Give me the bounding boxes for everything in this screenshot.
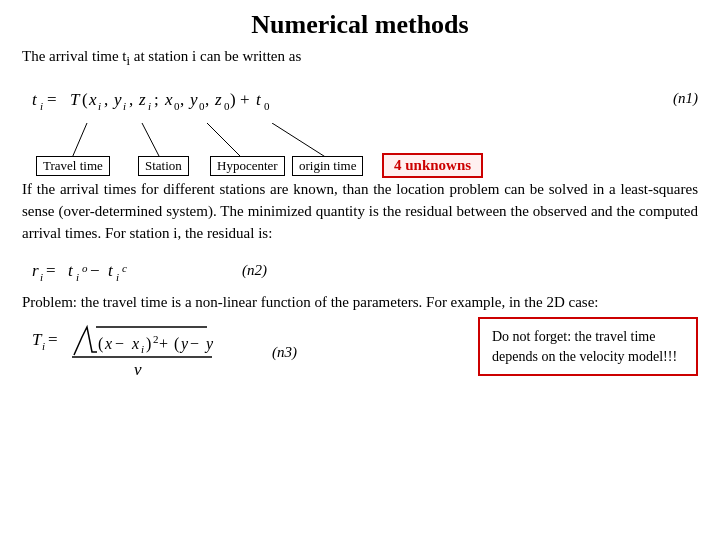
svg-text:,: ,	[180, 90, 184, 109]
note-box: Do not forget: the travel time depends o…	[478, 317, 698, 376]
body-text: If the arrival times for different stati…	[22, 179, 698, 244]
svg-text:(: (	[174, 335, 179, 353]
page-title: Numerical methods	[22, 10, 698, 40]
svg-text:i: i	[116, 271, 119, 283]
svg-text:i: i	[141, 343, 144, 355]
svg-text:;: ;	[154, 90, 159, 109]
svg-text:t: t	[68, 261, 74, 280]
svg-text:z: z	[138, 90, 146, 109]
svg-text:=: =	[47, 90, 57, 109]
svg-line-27	[207, 123, 242, 158]
equation-n2-container: r i = t i o − t i c (n2)	[22, 254, 698, 286]
label-hypocenter: Hypocenter	[210, 156, 285, 176]
svg-text:o: o	[82, 262, 88, 274]
svg-text:2: 2	[153, 333, 159, 345]
svg-text:−: −	[190, 335, 199, 352]
svg-text:,: ,	[129, 90, 133, 109]
n1-label: (n1)	[673, 90, 698, 107]
svg-text:x: x	[88, 90, 97, 109]
n3-label: (n3)	[272, 344, 297, 361]
n2-label: (n2)	[242, 262, 267, 279]
bottom-row: T i = ( x − x i ) 2 + (	[22, 317, 698, 387]
equation-n1: t i = T ( x i , y i , z i ; x 0 , y 0 , …	[22, 77, 412, 119]
svg-text:(: (	[98, 335, 103, 353]
svg-text:T: T	[70, 90, 81, 109]
equation-n2: r i = t i o − t i c	[22, 254, 222, 286]
svg-text:−: −	[115, 335, 124, 352]
svg-text:i: i	[76, 271, 79, 283]
svg-text:i: i	[40, 100, 43, 112]
svg-text:y: y	[204, 335, 214, 353]
label-origin-time: origin time	[292, 156, 363, 176]
svg-text:y: y	[188, 90, 198, 109]
svg-text:t: t	[108, 261, 114, 280]
svg-text:,: ,	[205, 90, 209, 109]
svg-text:v: v	[134, 360, 142, 379]
svg-text:=: =	[48, 330, 58, 349]
svg-text:x: x	[104, 335, 112, 352]
svg-line-28	[272, 123, 327, 158]
label-station: Station	[138, 156, 189, 176]
svg-text:c: c	[122, 262, 127, 274]
svg-line-25	[72, 123, 87, 158]
svg-line-26	[142, 123, 160, 158]
svg-text:y: y	[112, 90, 122, 109]
svg-text:x: x	[131, 335, 139, 352]
label-travel-time: Travel time	[36, 156, 110, 176]
svg-text:+: +	[159, 335, 168, 352]
equation-n3: T i = ( x − x i ) 2 + (	[22, 317, 262, 387]
svg-text:i: i	[42, 340, 45, 352]
problem-text: Problem: the travel time is a non-linear…	[22, 294, 698, 311]
svg-text:0: 0	[264, 100, 270, 112]
svg-text:−: −	[90, 261, 100, 280]
svg-text:(: (	[82, 90, 88, 109]
svg-text:y: y	[179, 335, 189, 353]
svg-text:,: ,	[104, 90, 108, 109]
equation-n1-container: t i = T ( x i , y i , z i ; x 0 , y 0 , …	[22, 77, 698, 119]
svg-text:z: z	[214, 90, 222, 109]
svg-text:t: t	[32, 90, 38, 109]
svg-text:i: i	[123, 100, 126, 112]
subtitle: The arrival time ti at station i can be …	[22, 48, 698, 69]
svg-text:x: x	[164, 90, 173, 109]
svg-text:i: i	[98, 100, 101, 112]
svg-text:): )	[146, 335, 151, 353]
svg-text:i: i	[148, 100, 151, 112]
equation-n3-container: T i = ( x − x i ) 2 + (	[22, 317, 297, 387]
svg-text:i: i	[40, 271, 43, 283]
label-unknowns: 4 unknowns	[382, 153, 483, 178]
svg-text:=: =	[46, 261, 56, 280]
main-page: Numerical methods The arrival time ti at…	[0, 0, 720, 540]
svg-text:r: r	[32, 261, 39, 280]
svg-text:) +: ) +	[230, 90, 250, 109]
labels-area: Travel time Station Hypocenter origin ti…	[32, 123, 698, 171]
svg-text:t: t	[256, 90, 262, 109]
